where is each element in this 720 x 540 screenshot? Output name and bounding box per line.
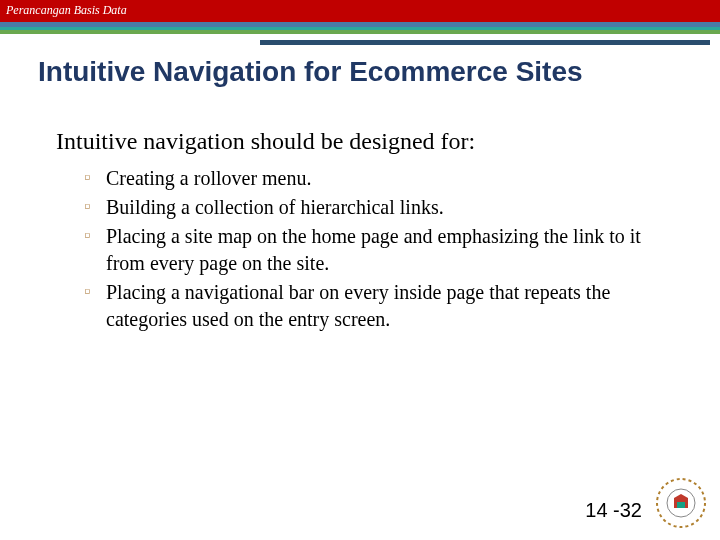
institution-logo: [654, 476, 708, 530]
slide-title: Intuitive Navigation for Ecommerce Sites: [38, 56, 720, 88]
lead-text: Intuitive navigation should be designed …: [56, 128, 670, 155]
list-item: Placing a site map on the home page and …: [84, 223, 670, 277]
title-underline: [260, 40, 710, 45]
list-item: Creating a rollover menu.: [84, 165, 670, 192]
header-bar: Perancangan Basis Data: [0, 0, 720, 22]
slide-content: Intuitive navigation should be designed …: [56, 128, 670, 333]
course-label: Perancangan Basis Data: [6, 3, 127, 17]
list-item: Placing a navigational bar on every insi…: [84, 279, 670, 333]
page-number: 14 -32: [585, 499, 642, 522]
list-item: Building a collection of hierarchical li…: [84, 194, 670, 221]
accent-stripe: [0, 22, 720, 34]
bullet-list: Creating a rollover menu. Building a col…: [84, 165, 670, 333]
